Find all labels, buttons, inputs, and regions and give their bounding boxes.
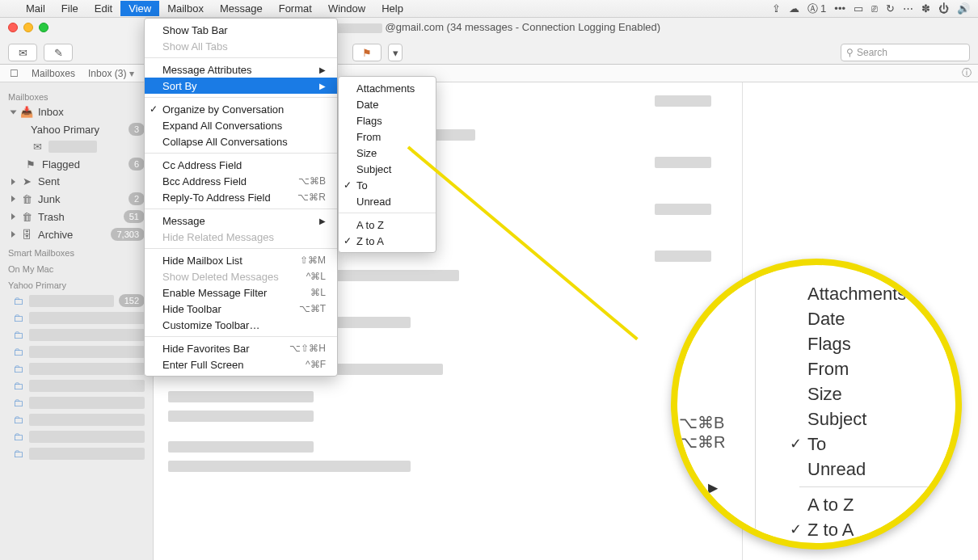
flag-icon: ⚑ <box>24 158 37 171</box>
mailboxes-toggle-icon[interactable]: ☐ <box>10 68 19 79</box>
submenu-arrow-icon: ▶ <box>303 65 326 74</box>
check-icon: ✓ <box>790 519 802 541</box>
menuitem-cc-address-field[interactable]: Cc Address Field <box>145 157 337 173</box>
menuitem-hide-toolbar[interactable]: Hide Toolbar⌥⌘T <box>145 301 337 317</box>
sidebar-folder[interactable]: 🗀xxxxx <box>0 394 153 411</box>
menu-message[interactable]: Message <box>212 1 271 16</box>
shortcut-label: ^⌘L <box>290 271 326 282</box>
sort-unread[interactable]: Unread <box>339 193 436 209</box>
sidebar-junk[interactable]: 🗑 Junk 2 <box>0 190 153 208</box>
menu-mail[interactable]: Mail <box>18 1 53 16</box>
menuitem-message-submenu[interactable]: Message▶ <box>145 213 337 229</box>
menuitem-show-tab-bar[interactable]: Show Tab Bar <box>145 22 337 38</box>
search-field[interactable]: ⚲ Search <box>841 44 970 61</box>
folder-icon: 🗀 <box>11 312 24 324</box>
disclosure-triangle-icon[interactable] <box>11 179 15 185</box>
sort-date[interactable]: Date <box>339 96 436 112</box>
search-placeholder: Search <box>857 47 887 58</box>
sidebar-inbox[interactable]: 📥 Inbox <box>0 103 153 120</box>
menuitem-show-all-tabs: Show All Tabs <box>145 38 337 54</box>
menu-file[interactable]: File <box>53 1 86 16</box>
favorites-dropdown-icon[interactable]: ▾ <box>129 68 134 79</box>
callout-sort-size: Size <box>782 381 949 406</box>
menuitem-enter-full-screen[interactable]: Enter Full Screen^⌘F <box>145 356 337 373</box>
sidebar-flagged[interactable]: ⚑ Flagged 6 <box>0 155 153 173</box>
disclosure-triangle-icon[interactable] <box>11 110 17 114</box>
sort-to[interactable]: ✓To <box>339 177 436 193</box>
flag-button[interactable]: ⚑ <box>352 44 382 61</box>
view-menu-dropdown: Show Tab Bar Show All Tabs Message Attri… <box>144 18 338 377</box>
callout-sort-flags: Flags <box>782 331 949 356</box>
sidebar-trash[interactable]: 🗑 Trash 51 <box>0 208 153 225</box>
get-mail-button[interactable]: ✉︎ <box>8 44 37 61</box>
status-airplay-icon[interactable]: ⎚ <box>871 2 878 15</box>
status-volume-icon[interactable]: 🔊 <box>957 2 970 15</box>
menuitem-enable-message-filter[interactable]: Enable Message Filter⌘L <box>145 284 337 301</box>
sort-subject[interactable]: Subject <box>339 161 436 177</box>
menuitem-bcc-address-field[interactable]: Bcc Address Field⌥⌘B <box>145 173 337 189</box>
status-timemachine-icon[interactable]: ↻ <box>886 2 895 15</box>
sidebar-folder[interactable]: 🗀xxxxx <box>0 326 153 343</box>
menuitem-expand-all-conversations[interactable]: Expand All Conversations <box>145 117 337 133</box>
status-more-icon[interactable]: ••• <box>834 2 845 15</box>
sidebar-folder[interactable]: 🗀xxxxx <box>0 360 153 377</box>
status-wifi-icon[interactable]: ⏻ <box>938 2 949 15</box>
folder-icon: 🗀 <box>11 295 24 307</box>
sort-flags[interactable]: Flags <box>339 112 436 128</box>
menuitem-customize-toolbar[interactable]: Customize Toolbar… <box>145 317 337 333</box>
sort-a-to-z[interactable]: A to Z <box>339 217 436 233</box>
status-bluetooth-icon[interactable]: ✽ <box>921 2 930 15</box>
sidebar-folder[interactable]: 🗀xxxxx <box>0 343 153 360</box>
menuitem-sort-by[interactable]: Sort By▶ <box>145 78 337 94</box>
sidebar-folder[interactable]: 🗀xxxxx <box>0 377 153 394</box>
status-adobe-icon[interactable]: Ⓐ 1 <box>807 2 827 16</box>
sort-z-to-a[interactable]: ✓Z to A <box>339 233 436 249</box>
callout-sort-from: From <box>782 356 949 381</box>
menu-view[interactable]: View <box>120 1 159 16</box>
menu-help[interactable]: Help <box>373 1 411 16</box>
menuitem-reply-to-address-field[interactable]: Reply-To Address Field⌥⌘R <box>145 189 337 205</box>
sidebar-sent[interactable]: ➤ Sent <box>0 173 153 190</box>
menuitem-organize-by-conversation[interactable]: ✓Organize by Conversation <box>145 101 337 117</box>
menuitem-hide-mailbox-list[interactable]: Hide Mailbox List⇧⌘M <box>145 252 337 268</box>
status-display-icon[interactable]: ▭ <box>854 2 863 15</box>
menu-format[interactable]: Format <box>271 1 320 16</box>
sidebar-folder[interactable]: 🗀xxxxx <box>0 309 153 326</box>
favorites-mailboxes[interactable]: Mailboxes <box>32 68 75 79</box>
menuitem-collapse-all-conversations[interactable]: Collapse All Conversations <box>145 133 337 149</box>
status-cloud-icon[interactable]: ☁︎ <box>789 2 799 15</box>
disclosure-triangle-icon[interactable] <box>11 196 15 202</box>
shortcut-label: ⇧⌘M <box>284 255 326 266</box>
menu-edit[interactable]: Edit <box>86 1 120 16</box>
sidebar-folder[interactable]: 🗀 xxxxx 152 <box>0 292 153 309</box>
callout-arrow-icon: ▶ <box>708 480 718 495</box>
shortcut-label: ⌥⌘T <box>283 303 326 314</box>
sidebar-gmail-account[interactable]: ✉︎ xxxxxx @g… <box>0 138 153 155</box>
disclosure-triangle-icon[interactable] <box>11 231 15 238</box>
sidebar-yahoo-primary[interactable]: Yahoo Primary 3 <box>0 120 153 138</box>
folder-icon: 🗀 <box>11 380 24 392</box>
compose-button[interactable]: ✎ <box>44 44 73 61</box>
sidebar-item-label: Yahoo Primary <box>31 124 124 136</box>
sort-from[interactable]: From <box>339 128 436 145</box>
sidebar-folder[interactable]: 🗀xxxxx <box>0 428 153 445</box>
status-dropbox-icon[interactable]: ⇪ <box>772 2 781 15</box>
sort-attachments[interactable]: Attachments <box>339 80 436 96</box>
menu-window[interactable]: Window <box>320 1 373 16</box>
menuitem-show-deleted-messages: Show Deleted Messages^⌘L <box>145 268 337 284</box>
favorites-info-icon[interactable]: ⓘ <box>962 66 972 80</box>
sidebar-folder[interactable]: 🗀xxxxx <box>0 445 153 462</box>
sidebar-folder[interactable]: 🗀xxxxx <box>0 411 153 428</box>
callout-sort-to: ✓To <box>782 432 949 457</box>
menuitem-hide-favorites-bar[interactable]: Hide Favorites Bar⌥⇧⌘H <box>145 340 337 356</box>
folder-icon: 🗀 <box>11 431 24 443</box>
favorites-inbox[interactable]: Inbox (3) <box>88 68 126 79</box>
sent-icon: ➤ <box>20 175 33 187</box>
status-overflow-icon[interactable]: ⋯ <box>903 2 913 15</box>
sidebar-item-label: Trash <box>38 211 119 223</box>
sidebar-archive[interactable]: 🗄 Archive 7,303 <box>0 225 153 243</box>
flag-dropdown-button[interactable]: ▾ <box>388 44 403 61</box>
disclosure-triangle-icon[interactable] <box>11 213 15 220</box>
menu-mailbox[interactable]: Mailbox <box>159 1 212 16</box>
menuitem-message-attributes[interactable]: Message Attributes▶ <box>145 61 337 78</box>
